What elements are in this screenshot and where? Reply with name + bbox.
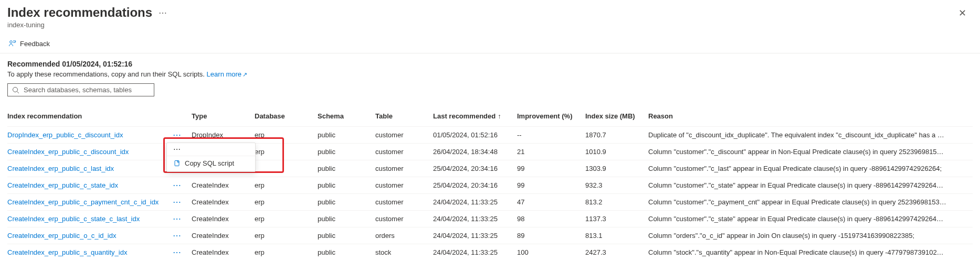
search-icon — [12, 86, 19, 94]
cell-improvement: 99 — [517, 177, 585, 194]
cell-table: customer — [375, 177, 433, 194]
cell-database: erp — [255, 194, 318, 211]
copy-sql-label: Copy SQL script — [185, 159, 234, 167]
cell-size: 1137.3 — [585, 211, 648, 227]
table-row: CreateIndex_erp_public_s_quantity_idx⋯Cr… — [7, 244, 973, 261]
cell-size: 932.3 — [585, 177, 648, 194]
table-header-row: Index recommendation Type Database Schem… — [7, 108, 973, 127]
recommendation-name-link[interactable]: CreateIndex_erp_public_c_state_idx — [7, 181, 118, 189]
content: Recommended 01/05/2024, 01:52:16 To appl… — [0, 60, 980, 271]
cell-size: 813.2 — [585, 194, 648, 211]
recommendation-name-link[interactable]: CreateIndex_erp_public_s_quantity_idx — [7, 248, 127, 256]
row-more-icon[interactable]: ⋯ — [173, 231, 183, 241]
cell-last: 01/05/2024, 01:52:16 — [433, 127, 517, 144]
cell-last: 24/04/2024, 11:33:25 — [433, 194, 517, 211]
cell-improvement: 98 — [517, 211, 585, 227]
row-more-icon[interactable]: ⋯ — [173, 197, 183, 207]
cell-table: orders — [375, 227, 433, 244]
cell-table: customer — [375, 211, 433, 227]
cell-improvement: 47 — [517, 194, 585, 211]
search-box[interactable] — [7, 83, 154, 96]
cell-type: CreateIndex — [192, 227, 255, 244]
external-link-icon: ↗ — [243, 71, 247, 78]
recommendations-table: Index recommendation Type Database Schem… — [7, 108, 973, 260]
col-header-type[interactable]: Type — [192, 108, 255, 127]
table-row: CreateIndex_erp_public_c_discount_idx⋯⋯C… — [7, 144, 973, 160]
cell-database: erp — [255, 211, 318, 227]
context-menu-more-icon[interactable]: ⋯ — [167, 144, 255, 156]
cell-size: 1010.9 — [585, 144, 648, 160]
copy-script-icon — [173, 160, 181, 167]
recommendation-name-link[interactable]: CreateIndex_erp_public_o_c_id_idx — [7, 232, 116, 240]
cell-table: customer — [375, 144, 433, 160]
cell-database: erp — [255, 227, 318, 244]
col-header-improvement[interactable]: Improvement (%) — [517, 108, 585, 127]
cell-schema: public — [318, 127, 375, 144]
cell-schema: public — [318, 144, 375, 160]
cell-improvement: 99 — [517, 160, 585, 177]
recommendation-name-link[interactable]: CreateIndex_erp_public_c_last_idx — [7, 165, 114, 172]
cell-reason: Column "stock"."s_quantity" appear in No… — [648, 244, 973, 261]
cell-table: customer — [375, 194, 433, 211]
cell-schema: public — [318, 211, 375, 227]
cell-schema: public — [318, 177, 375, 194]
col-header-database[interactable]: Database — [255, 108, 318, 127]
cell-reason: Column "customer"."c_state" appear in Eq… — [648, 211, 973, 227]
cell-size: 2427.3 — [585, 244, 648, 261]
copy-sql-script-button[interactable]: Copy SQL script — [167, 156, 255, 170]
title-more-icon[interactable]: ⋯ — [156, 8, 169, 18]
cell-reason: Column "orders"."o_c_id" appear in Join … — [648, 227, 973, 244]
col-header-table[interactable]: Table — [375, 108, 433, 127]
row-more-icon[interactable]: ⋯ — [173, 130, 183, 140]
cell-schema: public — [318, 244, 375, 261]
sort-asc-icon: ↑ — [498, 112, 501, 120]
cell-database: erp — [255, 144, 318, 160]
cell-type: CreateIndex — [192, 177, 255, 194]
cell-last: 25/04/2024, 20:34:16 — [433, 160, 517, 177]
cell-table: customer — [375, 160, 433, 177]
recommendation-name-link[interactable]: DropIndex_erp_public_c_discount_idx — [7, 131, 123, 139]
table-row: CreateIndex_erp_public_c_last_idx⋯public… — [7, 160, 973, 177]
svg-point-0 — [10, 41, 13, 43]
cell-improvement: 89 — [517, 227, 585, 244]
table-row: CreateIndex_erp_public_c_payment_cnt_c_i… — [7, 194, 973, 211]
feedback-icon — [8, 39, 17, 48]
cell-type: CreateIndex — [192, 211, 255, 227]
cell-last: 24/04/2024, 11:33:25 — [433, 244, 517, 261]
col-header-last[interactable]: Last recommended↑ — [433, 108, 517, 127]
feedback-button[interactable]: Feedback — [8, 39, 50, 48]
cell-improvement: 21 — [517, 144, 585, 160]
page-subtitle: index-tuning — [7, 21, 169, 29]
cell-schema: public — [318, 194, 375, 211]
apply-line: To apply these recommendations, copy and… — [7, 70, 973, 78]
cell-last: 24/04/2024, 11:33:25 — [433, 227, 517, 244]
cell-improvement: -- — [517, 127, 585, 144]
page-header: Index recommendations ⋯ index-tuning ✕ — [0, 0, 980, 31]
cell-last: 24/04/2024, 11:33:25 — [433, 211, 517, 227]
cell-size: 1870.7 — [585, 127, 648, 144]
page-title: Index recommendations — [7, 5, 152, 20]
recommendation-name-link[interactable]: CreateIndex_erp_public_c_payment_cnt_c_i… — [7, 198, 159, 206]
col-header-schema[interactable]: Schema — [318, 108, 375, 127]
cell-database: erp — [255, 244, 318, 261]
cell-improvement: 100 — [517, 244, 585, 261]
col-header-size[interactable]: Index size (MB) — [585, 108, 648, 127]
cell-table: stock — [375, 244, 433, 261]
learn-more-link[interactable]: Learn more↗ — [207, 70, 247, 78]
table-row: CreateIndex_erp_public_c_state_c_last_id… — [7, 211, 973, 227]
recommendation-name-link[interactable]: CreateIndex_erp_public_c_discount_idx — [7, 148, 129, 156]
search-input[interactable] — [24, 86, 150, 94]
cell-type: CreateIndex — [192, 194, 255, 211]
cell-database: erp — [255, 177, 318, 194]
col-header-name[interactable]: Index recommendation — [7, 108, 192, 127]
cell-reason: Column "customer"."c_state" appear in Eq… — [648, 177, 973, 194]
cell-size: 1303.9 — [585, 160, 648, 177]
close-icon[interactable]: ✕ — [954, 5, 971, 21]
row-more-icon[interactable]: ⋯ — [173, 214, 183, 224]
row-more-icon[interactable]: ⋯ — [173, 180, 183, 190]
cell-type: CreateIndex — [192, 244, 255, 261]
recommendation-name-link[interactable]: CreateIndex_erp_public_c_state_c_last_id… — [7, 215, 140, 223]
col-header-reason[interactable]: Reason — [648, 108, 973, 127]
row-more-icon[interactable]: ⋯ — [173, 247, 183, 257]
cell-table: customer — [375, 127, 433, 144]
